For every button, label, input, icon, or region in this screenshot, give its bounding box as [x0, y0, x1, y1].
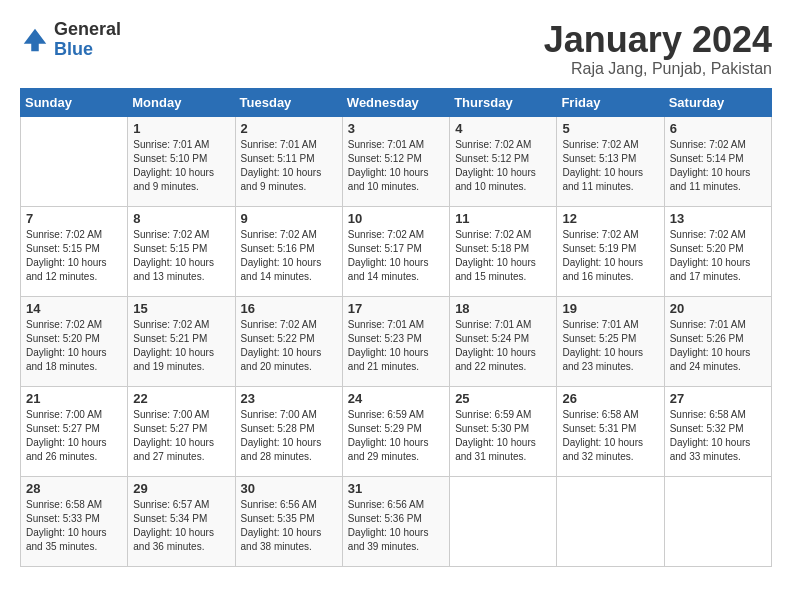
day-info: Sunrise: 7:02 AM Sunset: 5:19 PM Dayligh…	[562, 228, 658, 284]
day-number: 23	[241, 391, 337, 406]
day-number: 18	[455, 301, 551, 316]
day-number: 22	[133, 391, 229, 406]
day-info: Sunrise: 7:02 AM Sunset: 5:17 PM Dayligh…	[348, 228, 444, 284]
day-info: Sunrise: 6:58 AM Sunset: 5:31 PM Dayligh…	[562, 408, 658, 464]
calendar-week-3: 14Sunrise: 7:02 AM Sunset: 5:20 PM Dayli…	[21, 296, 772, 386]
calendar-cell: 23Sunrise: 7:00 AM Sunset: 5:28 PM Dayli…	[235, 386, 342, 476]
header-wednesday: Wednesday	[342, 88, 449, 116]
day-info: Sunrise: 7:01 AM Sunset: 5:10 PM Dayligh…	[133, 138, 229, 194]
calendar-cell: 25Sunrise: 6:59 AM Sunset: 5:30 PM Dayli…	[450, 386, 557, 476]
calendar-cell: 21Sunrise: 7:00 AM Sunset: 5:27 PM Dayli…	[21, 386, 128, 476]
day-info: Sunrise: 6:59 AM Sunset: 5:30 PM Dayligh…	[455, 408, 551, 464]
day-info: Sunrise: 6:56 AM Sunset: 5:36 PM Dayligh…	[348, 498, 444, 554]
calendar-cell: 19Sunrise: 7:01 AM Sunset: 5:25 PM Dayli…	[557, 296, 664, 386]
calendar-cell: 28Sunrise: 6:58 AM Sunset: 5:33 PM Dayli…	[21, 476, 128, 566]
day-info: Sunrise: 7:02 AM Sunset: 5:12 PM Dayligh…	[455, 138, 551, 194]
day-info: Sunrise: 7:01 AM Sunset: 5:24 PM Dayligh…	[455, 318, 551, 374]
calendar-cell	[664, 476, 771, 566]
header-thursday: Thursday	[450, 88, 557, 116]
title-block: January 2024 Raja Jang, Punjab, Pakistan	[544, 20, 772, 78]
day-number: 28	[26, 481, 122, 496]
day-number: 27	[670, 391, 766, 406]
day-info: Sunrise: 6:58 AM Sunset: 5:32 PM Dayligh…	[670, 408, 766, 464]
calendar-cell: 29Sunrise: 6:57 AM Sunset: 5:34 PM Dayli…	[128, 476, 235, 566]
calendar-cell: 31Sunrise: 6:56 AM Sunset: 5:36 PM Dayli…	[342, 476, 449, 566]
day-number: 16	[241, 301, 337, 316]
logo: General Blue	[20, 20, 121, 60]
calendar-cell: 1Sunrise: 7:01 AM Sunset: 5:10 PM Daylig…	[128, 116, 235, 206]
calendar-subtitle: Raja Jang, Punjab, Pakistan	[544, 60, 772, 78]
calendar-cell: 24Sunrise: 6:59 AM Sunset: 5:29 PM Dayli…	[342, 386, 449, 476]
day-number: 4	[455, 121, 551, 136]
logo-general: General	[54, 20, 121, 40]
day-number: 12	[562, 211, 658, 226]
day-number: 15	[133, 301, 229, 316]
day-info: Sunrise: 7:01 AM Sunset: 5:23 PM Dayligh…	[348, 318, 444, 374]
day-info: Sunrise: 6:58 AM Sunset: 5:33 PM Dayligh…	[26, 498, 122, 554]
day-info: Sunrise: 7:02 AM Sunset: 5:13 PM Dayligh…	[562, 138, 658, 194]
calendar-cell	[450, 476, 557, 566]
day-number: 25	[455, 391, 551, 406]
calendar-cell: 17Sunrise: 7:01 AM Sunset: 5:23 PM Dayli…	[342, 296, 449, 386]
calendar-cell: 22Sunrise: 7:00 AM Sunset: 5:27 PM Dayli…	[128, 386, 235, 476]
calendar-cell: 8Sunrise: 7:02 AM Sunset: 5:15 PM Daylig…	[128, 206, 235, 296]
calendar-cell: 18Sunrise: 7:01 AM Sunset: 5:24 PM Dayli…	[450, 296, 557, 386]
header-tuesday: Tuesday	[235, 88, 342, 116]
day-info: Sunrise: 7:02 AM Sunset: 5:18 PM Dayligh…	[455, 228, 551, 284]
calendar-cell: 14Sunrise: 7:02 AM Sunset: 5:20 PM Dayli…	[21, 296, 128, 386]
day-number: 19	[562, 301, 658, 316]
day-number: 14	[26, 301, 122, 316]
calendar-week-2: 7Sunrise: 7:02 AM Sunset: 5:15 PM Daylig…	[21, 206, 772, 296]
calendar-cell	[21, 116, 128, 206]
day-info: Sunrise: 6:57 AM Sunset: 5:34 PM Dayligh…	[133, 498, 229, 554]
calendar-cell: 11Sunrise: 7:02 AM Sunset: 5:18 PM Dayli…	[450, 206, 557, 296]
calendar-table: SundayMondayTuesdayWednesdayThursdayFrid…	[20, 88, 772, 567]
day-info: Sunrise: 7:02 AM Sunset: 5:15 PM Dayligh…	[26, 228, 122, 284]
day-number: 1	[133, 121, 229, 136]
day-info: Sunrise: 7:00 AM Sunset: 5:28 PM Dayligh…	[241, 408, 337, 464]
day-number: 20	[670, 301, 766, 316]
calendar-week-4: 21Sunrise: 7:00 AM Sunset: 5:27 PM Dayli…	[21, 386, 772, 476]
header-saturday: Saturday	[664, 88, 771, 116]
day-info: Sunrise: 7:02 AM Sunset: 5:20 PM Dayligh…	[26, 318, 122, 374]
day-info: Sunrise: 7:02 AM Sunset: 5:16 PM Dayligh…	[241, 228, 337, 284]
calendar-cell: 13Sunrise: 7:02 AM Sunset: 5:20 PM Dayli…	[664, 206, 771, 296]
day-info: Sunrise: 7:02 AM Sunset: 5:15 PM Dayligh…	[133, 228, 229, 284]
day-number: 3	[348, 121, 444, 136]
day-number: 26	[562, 391, 658, 406]
calendar-cell: 15Sunrise: 7:02 AM Sunset: 5:21 PM Dayli…	[128, 296, 235, 386]
calendar-cell: 4Sunrise: 7:02 AM Sunset: 5:12 PM Daylig…	[450, 116, 557, 206]
day-info: Sunrise: 7:01 AM Sunset: 5:26 PM Dayligh…	[670, 318, 766, 374]
day-number: 7	[26, 211, 122, 226]
day-number: 10	[348, 211, 444, 226]
logo-icon	[20, 25, 50, 55]
calendar-cell: 16Sunrise: 7:02 AM Sunset: 5:22 PM Dayli…	[235, 296, 342, 386]
day-number: 2	[241, 121, 337, 136]
calendar-cell: 20Sunrise: 7:01 AM Sunset: 5:26 PM Dayli…	[664, 296, 771, 386]
calendar-week-1: 1Sunrise: 7:01 AM Sunset: 5:10 PM Daylig…	[21, 116, 772, 206]
day-number: 13	[670, 211, 766, 226]
day-number: 24	[348, 391, 444, 406]
day-number: 11	[455, 211, 551, 226]
day-number: 8	[133, 211, 229, 226]
day-info: Sunrise: 6:56 AM Sunset: 5:35 PM Dayligh…	[241, 498, 337, 554]
day-info: Sunrise: 7:02 AM Sunset: 5:20 PM Dayligh…	[670, 228, 766, 284]
logo-text: General Blue	[54, 20, 121, 60]
day-number: 31	[348, 481, 444, 496]
calendar-header-row: SundayMondayTuesdayWednesdayThursdayFrid…	[21, 88, 772, 116]
calendar-cell: 9Sunrise: 7:02 AM Sunset: 5:16 PM Daylig…	[235, 206, 342, 296]
logo-blue: Blue	[54, 40, 121, 60]
day-number: 9	[241, 211, 337, 226]
calendar-cell: 30Sunrise: 6:56 AM Sunset: 5:35 PM Dayli…	[235, 476, 342, 566]
svg-marker-0	[24, 29, 47, 52]
day-info: Sunrise: 7:02 AM Sunset: 5:22 PM Dayligh…	[241, 318, 337, 374]
calendar-title: January 2024	[544, 20, 772, 60]
calendar-cell	[557, 476, 664, 566]
day-info: Sunrise: 7:00 AM Sunset: 5:27 PM Dayligh…	[26, 408, 122, 464]
calendar-cell: 2Sunrise: 7:01 AM Sunset: 5:11 PM Daylig…	[235, 116, 342, 206]
page-header: General Blue January 2024 Raja Jang, Pun…	[20, 20, 772, 78]
calendar-week-5: 28Sunrise: 6:58 AM Sunset: 5:33 PM Dayli…	[21, 476, 772, 566]
calendar-cell: 6Sunrise: 7:02 AM Sunset: 5:14 PM Daylig…	[664, 116, 771, 206]
day-info: Sunrise: 7:02 AM Sunset: 5:21 PM Dayligh…	[133, 318, 229, 374]
calendar-cell: 10Sunrise: 7:02 AM Sunset: 5:17 PM Dayli…	[342, 206, 449, 296]
